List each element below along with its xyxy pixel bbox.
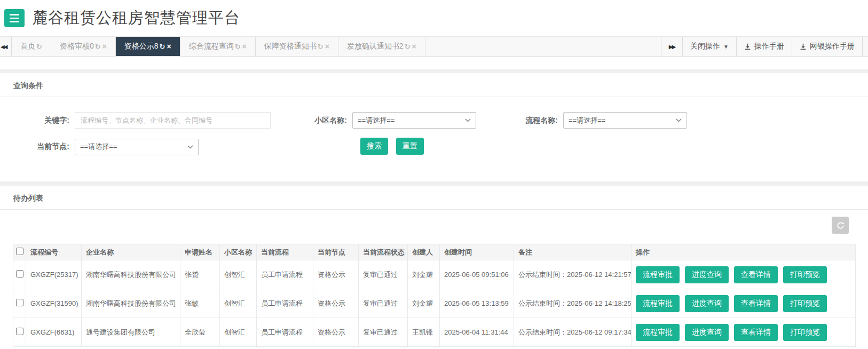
select-all-checkbox[interactable]: [16, 248, 23, 255]
tabs-scroll-right-button[interactable]: ▶▶: [661, 37, 682, 56]
process-name-select[interactable]: ==请选择==: [563, 112, 687, 129]
chevron-down-icon: [465, 118, 471, 122]
chevron-down-icon: [676, 118, 682, 122]
tab-refresh-icon[interactable]: ↻: [405, 43, 411, 51]
table-row: GXGZF(31590)湖南华曙高科技股份有限公司张敏创智汇员工申请流程资格公示…: [13, 289, 856, 318]
cell-remark: 公示结束时间：2025-06-12 14:21:57: [514, 260, 632, 289]
cell-actions: 流程审批进度查询查看详情打印预览: [632, 289, 856, 318]
tab-refresh-icon[interactable]: ↻: [235, 43, 241, 51]
process-approve-button[interactable]: 流程审批: [636, 324, 680, 341]
tab-1[interactable]: 资格审核0↻×: [51, 37, 116, 56]
fast-backward-icon: ◀◀: [1, 44, 6, 50]
tab-refresh-icon[interactable]: ↻: [318, 43, 323, 51]
cell-actions: 流程审批进度查询查看详情打印预览: [632, 260, 856, 289]
refresh-button[interactable]: [832, 217, 849, 234]
row-checkbox[interactable]: [16, 299, 23, 306]
manual-label: 操作手册: [754, 42, 784, 51]
cell-current_process: 员工申请流程: [257, 318, 313, 347]
tab-close-icon[interactable]: ×: [242, 42, 247, 51]
tab-bar: ◀◀ 首页↻资格审核0↻×资格公示8↻×综合流程查询↻×保障资格通知书↻×发放确…: [0, 36, 868, 57]
cell-company: 湖南华曙高科技股份有限公司: [82, 289, 180, 318]
tab-4[interactable]: 保障资格通知书↻×: [256, 37, 338, 56]
print-preview-button[interactable]: 打印预览: [783, 295, 827, 312]
table-header-row: 流程编号企业名称申请姓名小区名称当前流程当前节点当前流程状态创建人创建时间备注操…: [13, 244, 856, 260]
manual-download-button[interactable]: 操作手册: [736, 37, 792, 56]
cell-created_at: 2025-06-04 11:31:44: [440, 318, 514, 347]
cell-created_at: 2025-06-05 09:51:06: [440, 260, 514, 289]
page-title: 麓谷租赁公租房智慧管理平台: [32, 7, 240, 29]
process-name-label: 流程名称:: [476, 116, 563, 125]
query-panel-title: 查询条件: [0, 73, 868, 97]
chevron-down-icon: [187, 145, 193, 149]
tabbar-spacer: [425, 37, 661, 56]
current-node-label: 当前节点:: [13, 142, 75, 152]
tab-label: 综合流程查询: [189, 42, 234, 51]
tab-close-icon[interactable]: ×: [167, 42, 171, 51]
cell-current_node: 资格公示: [313, 260, 359, 289]
column-header: 备注: [514, 244, 632, 260]
column-header: 当前节点: [313, 244, 359, 260]
column-header: 创建人: [408, 244, 440, 260]
app-header: 麓谷租赁公租房智慧管理平台: [0, 0, 868, 36]
view-detail-button[interactable]: 查看详情: [734, 295, 778, 312]
process-name-select-value: ==请选择==: [569, 116, 605, 125]
tab-label: 资格审核0: [60, 42, 94, 51]
tab-list: 首页↻资格审核0↻×资格公示8↻×综合流程查询↻×保障资格通知书↻×发放确认通知…: [12, 37, 425, 56]
tab-close-icon[interactable]: ×: [325, 42, 329, 51]
cell-applicant: 全欣莹: [180, 318, 220, 347]
cell-creator: 刘金耀: [408, 260, 440, 289]
column-header: 创建时间: [440, 244, 514, 260]
keyword-input[interactable]: [75, 112, 271, 129]
tabbar-right-controls: ▶▶ 关闭操作 ▼ 操作手册 网银操作手册: [661, 37, 868, 56]
tab-close-icon[interactable]: ×: [412, 42, 416, 51]
menu-toggle-button[interactable]: [4, 9, 25, 27]
process-approve-button[interactable]: 流程审批: [636, 295, 680, 312]
progress-query-button[interactable]: 进度查询: [685, 324, 729, 341]
query-form: 关键字: 小区名称: ==请选择== 流程名称: ==请选择== 当前节点: =…: [0, 97, 868, 177]
tabs-scroll-left-button[interactable]: ◀◀: [0, 37, 12, 56]
community-select[interactable]: ==请选择==: [352, 112, 476, 129]
todo-panel: 待办列表 流程编号企业名称申请姓名小区名称当前流程当前节点当前流程状态创建人创建…: [0, 186, 868, 347]
column-header: 企业名称: [82, 244, 180, 260]
download-icon: [744, 43, 751, 50]
tab-5[interactable]: 发放确认通知书2↻×: [338, 37, 425, 56]
view-detail-button[interactable]: 查看详情: [734, 266, 778, 283]
current-node-select[interactable]: ==请选择==: [75, 139, 199, 155]
print-preview-button[interactable]: 打印预览: [783, 266, 827, 283]
tab-refresh-icon[interactable]: ↻: [160, 43, 165, 51]
view-detail-button[interactable]: 查看详情: [734, 324, 778, 341]
spacer: [0, 181, 868, 186]
tab-0[interactable]: 首页↻: [12, 37, 51, 56]
progress-query-button[interactable]: 进度查询: [685, 266, 729, 283]
tab-close-icon[interactable]: ×: [102, 42, 107, 51]
current-node-select-value: ==请选择==: [80, 142, 117, 152]
print-preview-button[interactable]: 打印预览: [783, 324, 827, 341]
cell-company: 通号建设集团有限公司: [82, 318, 180, 347]
column-header: 流程编号: [26, 244, 82, 260]
community-select-value: ==请选择==: [358, 116, 394, 125]
tab-3[interactable]: 综合流程查询↻×: [180, 37, 256, 56]
row-checkbox[interactable]: [16, 270, 23, 277]
cell-current_node: 资格公示: [313, 318, 359, 347]
close-operations-dropdown[interactable]: 关闭操作 ▼: [682, 37, 736, 56]
row-checkbox[interactable]: [16, 328, 23, 335]
cell-process_no: GXGZF(25317): [26, 260, 82, 289]
tab-refresh-icon[interactable]: ↻: [95, 43, 101, 51]
fast-forward-icon: ▶▶: [669, 44, 675, 50]
tab-2[interactable]: 资格公示8↻×: [116, 37, 180, 56]
process-approve-button[interactable]: 流程审批: [636, 266, 680, 283]
reset-button[interactable]: 重置: [396, 138, 424, 155]
cell-creator: 王凯锋: [408, 318, 440, 347]
tab-refresh-icon[interactable]: ↻: [36, 43, 42, 51]
progress-query-button[interactable]: 进度查询: [685, 295, 729, 312]
column-header: 申请姓名: [180, 244, 220, 260]
cell-remark: 公示结束时间：2025-06-12 09:17:34: [514, 318, 632, 347]
cell-status: 复审已通过: [359, 260, 408, 289]
hamburger-icon: [10, 14, 19, 22]
tab-label: 首页: [20, 42, 35, 51]
bank-manual-download-button[interactable]: 网银操作手册: [792, 37, 862, 56]
cell-community: 创智汇: [220, 318, 257, 347]
cell-company: 湖南华曙高科技股份有限公司: [82, 260, 180, 289]
search-button[interactable]: 搜索: [360, 138, 388, 155]
cell-community: 创智汇: [220, 260, 257, 289]
